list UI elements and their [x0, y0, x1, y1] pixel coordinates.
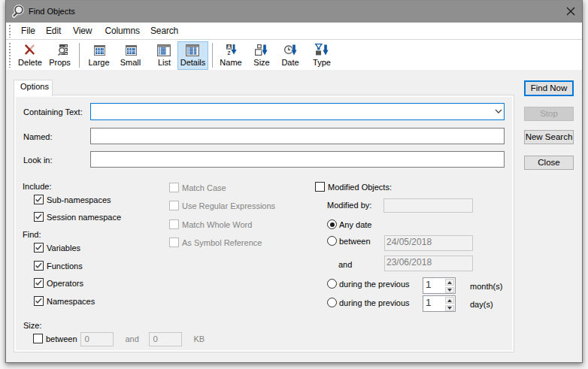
- svg-text:A: A: [227, 44, 231, 50]
- svg-text:Z: Z: [228, 50, 231, 56]
